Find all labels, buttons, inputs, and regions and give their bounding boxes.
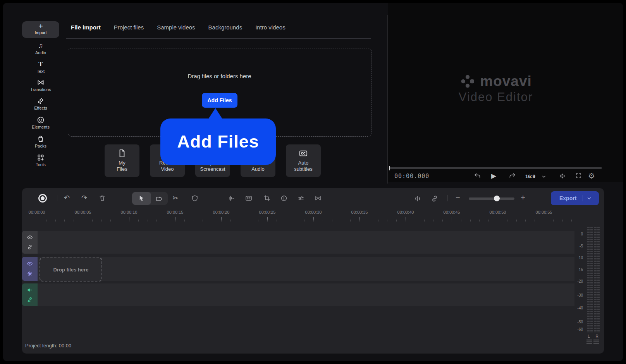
- export-chevron-icon[interactable]: [587, 196, 592, 201]
- timeline-zoom-slider[interactable]: [469, 197, 514, 200]
- pointer-tool-icon[interactable]: [138, 195, 145, 202]
- sidebar-item-label: Packs: [22, 144, 59, 148]
- sidebar-item-effects[interactable]: Effects: [22, 97, 59, 110]
- gear-icon[interactable]: ⚙: [588, 171, 595, 180]
- auto-subtitles-card[interactable]: Autosubtitles: [286, 144, 321, 177]
- card-label-line: My: [119, 160, 125, 166]
- overlay-track[interactable]: [38, 231, 574, 254]
- preview-seekbar[interactable]: [389, 167, 602, 169]
- sidebar-item-transitions[interactable]: Transitions: [22, 79, 59, 92]
- adjustments-icon[interactable]: [298, 195, 304, 202]
- card-label-line: Screencast: [200, 166, 225, 172]
- export-button[interactable]: Export: [551, 191, 599, 205]
- zoom-in-button[interactable]: +: [521, 193, 525, 202]
- tab-file-import[interactable]: File import: [71, 23, 101, 31]
- bag-plus-icon: [37, 135, 45, 143]
- audio-normalize-icon[interactable]: [414, 195, 421, 203]
- card-label-line: Auto: [298, 160, 309, 166]
- ruler-label: 00:00:00: [29, 210, 45, 215]
- ruler-label: 00:00:50: [490, 210, 506, 215]
- grip-lines: [593, 340, 599, 344]
- movavi-clover-icon: [460, 74, 475, 89]
- ruler-label: 00:00:45: [444, 210, 460, 215]
- marker-tool-icon[interactable]: [155, 195, 162, 202]
- meter-channel-left: L: [586, 334, 592, 338]
- sidebar-item-packs[interactable]: Packs: [22, 135, 59, 148]
- cc-icon: [299, 149, 308, 158]
- subtitles-icon[interactable]: [245, 195, 252, 202]
- sidebar-item-elements[interactable]: Elements: [22, 116, 59, 129]
- transition-cut-icon[interactable]: [315, 195, 322, 202]
- import-tabs: File import Project files Sample videos …: [71, 23, 285, 31]
- audio-track[interactable]: [38, 283, 574, 306]
- shield-icon[interactable]: [191, 195, 198, 202]
- ruler-label: 00:00:25: [259, 210, 276, 215]
- add-files-callout: Add Files: [160, 118, 276, 165]
- tab-project-files[interactable]: Project files: [114, 23, 144, 31]
- record-button[interactable]: [38, 194, 47, 203]
- sidebar-item-label: Text: [22, 69, 59, 74]
- audio-sync-icon[interactable]: [228, 195, 235, 202]
- project-length: Project length: 00:00: [25, 343, 71, 349]
- play-button[interactable]: ▶: [491, 172, 496, 180]
- product-name: Video Editor: [426, 90, 566, 104]
- ruler-label: 00:00:30: [305, 210, 322, 215]
- speaker-icon[interactable]: [559, 172, 566, 180]
- ruler-label: 00:00:35: [351, 210, 368, 215]
- audio-track-header: [22, 283, 38, 306]
- card-label-line: Files: [117, 166, 127, 172]
- sidebar-item-import[interactable]: + Import: [22, 21, 59, 38]
- tab-backgrounds[interactable]: Backgrounds: [208, 23, 242, 31]
- trash-icon[interactable]: [99, 195, 106, 202]
- export-divider: [583, 195, 583, 201]
- file-icon: [118, 149, 126, 158]
- aspect-ratio-select[interactable]: 16:9: [525, 173, 535, 179]
- sidebar-item-label: Effects: [22, 106, 59, 110]
- video-track-header: [22, 257, 38, 281]
- plus-icon: +: [22, 22, 59, 30]
- overlay-track-header: [22, 231, 38, 254]
- music-note-icon: ♫: [22, 41, 59, 50]
- snap-icon[interactable]: [27, 271, 33, 277]
- link-clips-icon[interactable]: [431, 195, 439, 203]
- ruler-minor-ticks[interactable]: [37, 220, 572, 221]
- zoom-out-button[interactable]: −: [456, 193, 460, 202]
- fullscreen-icon[interactable]: [575, 172, 582, 179]
- video-track[interactable]: [38, 257, 574, 281]
- meter-tick: 0: [569, 232, 583, 236]
- ruler-label: 00:00:55: [536, 210, 552, 215]
- add-files-button[interactable]: Add Files: [202, 93, 237, 108]
- resize-grip[interactable]: [586, 340, 599, 344]
- meter-tick: -50: [569, 320, 583, 324]
- sidebar-item-label: Elements: [22, 125, 59, 129]
- eye-icon[interactable]: [27, 234, 33, 240]
- redo-icon[interactable]: ↷: [81, 194, 87, 202]
- smiley-icon: [37, 116, 45, 124]
- unlink-icon[interactable]: [27, 297, 33, 303]
- sidebar-item-audio[interactable]: ♫ Audio: [22, 41, 59, 55]
- timeline-zoom-knob[interactable]: [494, 196, 500, 201]
- speaker-icon[interactable]: [27, 287, 33, 293]
- crop-icon[interactable]: [263, 195, 270, 202]
- cut-icon[interactable]: ✂: [173, 194, 178, 202]
- skip-back-icon[interactable]: [473, 172, 481, 180]
- sidebar-item-text[interactable]: T Text: [22, 60, 59, 74]
- contrast-icon[interactable]: [280, 195, 287, 202]
- undo-icon[interactable]: ↶: [64, 194, 70, 202]
- sidebar-item-tools[interactable]: Tools: [22, 154, 59, 167]
- timeline-panel: ↶ ↷ ✂ − + Export 00:00:00 00:00:05: [22, 188, 604, 354]
- preview-divider: [387, 15, 388, 184]
- eye-icon[interactable]: [27, 261, 33, 267]
- preview-playhead[interactable]: [389, 166, 390, 170]
- tab-sample-videos[interactable]: Sample videos: [157, 23, 195, 31]
- my-files-card[interactable]: MyFiles: [105, 144, 139, 177]
- sidebar-item-label: Import: [22, 30, 59, 35]
- toolbar-divider: [57, 195, 57, 201]
- level-meter-bar: [594, 227, 597, 333]
- chevron-down-icon[interactable]: [542, 174, 546, 179]
- ruler-label: 00:00:05: [75, 210, 91, 215]
- skip-forward-icon[interactable]: [509, 172, 516, 180]
- app-window: + Import ♫ Audio T Text Transitions Effe…: [3, 3, 623, 361]
- tab-intro-videos[interactable]: Intro videos: [255, 23, 285, 31]
- link-icon[interactable]: [27, 244, 33, 250]
